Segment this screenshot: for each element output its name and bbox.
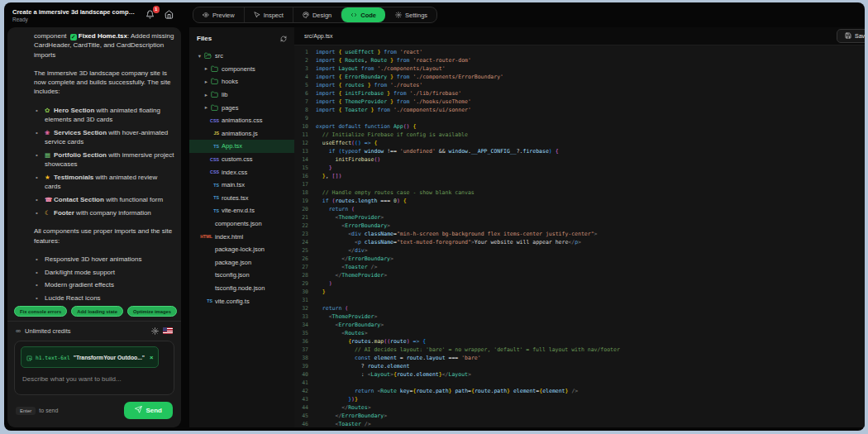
- line-number: 21: [294, 213, 316, 222]
- line-number: 42: [294, 387, 316, 395]
- tab-inspect[interactable]: Inspect: [244, 7, 293, 22]
- filetype-badge: TS: [203, 144, 219, 149]
- element-text: "TransformYour Outdoo...": [74, 355, 145, 360]
- files-panel: Files ▾src▸components▸hooks▸lib▸pagesCSS…: [189, 27, 294, 427]
- code-line: 31: [294, 296, 865, 304]
- feature-emoji-icon: ☎: [45, 195, 54, 204]
- file-reference: Fixed Home.tsx: [79, 32, 127, 40]
- folder-hooks[interactable]: ▸hooks: [189, 75, 294, 88]
- home-button[interactable]: [163, 9, 174, 21]
- chat-message-paragraph: component ✓Fixed Home.tsx: Added missing…: [34, 31, 174, 60]
- filetype-badge: TS: [203, 183, 219, 188]
- file-package-lock.json[interactable]: package-lock.json: [189, 243, 294, 256]
- tab-settings[interactable]: Settings: [385, 7, 436, 22]
- file-components.json[interactable]: components.json: [189, 217, 294, 231]
- code-line: 24 <p className="text-muted-foreground">…: [294, 238, 865, 246]
- folder-icon: [211, 91, 218, 98]
- project-title: Create a immersive 3d landscape company …: [12, 8, 136, 16]
- filetype-badge: TS: [203, 195, 219, 200]
- line-number: 38: [294, 354, 316, 362]
- file-package.json[interactable]: package.json: [189, 256, 294, 269]
- suggestion-chip-add-loading-state[interactable]: Add loading state: [71, 306, 123, 317]
- feature-item: ❀Services Section with hover-animated se…: [45, 128, 174, 147]
- filetype-badge: CSS: [203, 169, 219, 174]
- editor-panel: src/App.tsx Save 1import { useEffect } f…: [294, 27, 865, 427]
- file-vite.config.ts[interactable]: TSvite.config.ts: [189, 294, 294, 308]
- line-number: 16: [294, 172, 316, 180]
- language-flag-us[interactable]: [163, 327, 173, 334]
- notifications-button[interactable]: 1: [144, 9, 155, 21]
- folder-icon: [211, 78, 218, 85]
- code-line: 44 </Routes>: [294, 403, 865, 412]
- tab-design[interactable]: Design: [293, 7, 341, 22]
- line-number: 32: [294, 304, 316, 312]
- folder-components[interactable]: ▸components: [189, 63, 294, 76]
- send-hint: to send: [39, 408, 58, 413]
- file-animations.js[interactable]: JSanimations.js: [189, 127, 294, 141]
- chip-close-icon[interactable]: ×: [150, 354, 153, 361]
- folder-src[interactable]: ▾src: [189, 50, 294, 63]
- file-index.css[interactable]: CSSindex.css: [189, 165, 294, 179]
- line-number: 26: [294, 255, 316, 263]
- file-app.tsx[interactable]: TSApp.tsx: [189, 140, 294, 153]
- save-button[interactable]: Save: [837, 29, 865, 43]
- feature-list: ✿Hero Section with animated floating ele…: [34, 106, 174, 217]
- chat-messages[interactable]: component ✓Fixed Home.tsx: Added missing…: [7, 27, 181, 303]
- prompt-placeholder: Describe what you want to build...: [22, 375, 166, 383]
- tab-code[interactable]: Code: [341, 7, 385, 22]
- feature-item: ★Testimonials with animated review cards: [45, 173, 174, 192]
- editor-header: src/App.tsx Save: [294, 27, 865, 45]
- file-animations.css[interactable]: CSSanimations.css: [189, 114, 294, 127]
- file-routes.tsx[interactable]: TSroutes.tsx: [189, 192, 294, 205]
- feature-item: ▦Portfolio Section with immersive projec…: [45, 150, 174, 169]
- code-line: 12 useEffect(() => {: [294, 139, 865, 147]
- suggestion-chip-optimize-images[interactable]: Optimize images: [127, 306, 177, 317]
- selected-element-chip[interactable]: h1.text-6xl "TransformYour Outdoo..." ×: [21, 346, 159, 368]
- filetype-badge: HTML: [196, 234, 212, 239]
- tab-preview[interactable]: Preview: [193, 7, 244, 22]
- file-index.html[interactable]: HTMLindex.html: [189, 230, 294, 243]
- feature-item: ☎Contact Section with functional form: [45, 195, 174, 204]
- file-tsconfig.json[interactable]: tsconfig.json: [189, 269, 294, 282]
- folder-lib[interactable]: ▸lib: [189, 88, 294, 102]
- code-line: 9: [294, 114, 865, 122]
- theme-toggle-sun-icon[interactable]: [151, 327, 159, 335]
- file-main.tsx[interactable]: TSmain.tsx: [189, 179, 294, 192]
- code-editor[interactable]: 1import { useEffect } from 'react'2impor…: [294, 45, 865, 427]
- send-plane-icon: [135, 406, 142, 415]
- code-line: 30 }: [294, 288, 865, 296]
- suggestion-chip-fix-console-errors[interactable]: Fix console errors: [14, 306, 67, 317]
- line-number: 44: [294, 403, 316, 412]
- suggestion-chips: Fix console errorsAdd loading stateOptim…: [7, 303, 181, 321]
- code-line: 26 </ErrorBoundary>: [294, 255, 865, 263]
- line-number: 25: [294, 246, 316, 255]
- refresh-icon[interactable]: [280, 36, 287, 42]
- prompt-input[interactable]: h1.text-6xl "TransformYour Outdoo..." × …: [14, 341, 174, 395]
- file-tsconfig.node.json[interactable]: tsconfig.node.json: [189, 282, 294, 295]
- code-line: 45 </ErrorBoundary>: [294, 412, 865, 420]
- send-button[interactable]: Send: [124, 402, 173, 419]
- line-number: 11: [294, 131, 316, 139]
- feature-emoji-icon: ❀: [45, 128, 54, 137]
- file-custom.css[interactable]: CSScustom.css: [189, 153, 294, 166]
- site-feature-item: Dark/light mode support: [45, 268, 174, 277]
- code-line: 3import Layout from './components/Layout…: [294, 64, 865, 73]
- line-number: 30: [294, 288, 316, 296]
- line-number: 6: [294, 89, 316, 98]
- infinity-icon: ∞: [16, 327, 21, 335]
- credits-label: Unlimited credits: [25, 327, 70, 335]
- filetype-badge: JS: [203, 131, 219, 136]
- view-tabs: PreviewInspectDesignCodeSettings: [193, 7, 437, 23]
- line-number: 17: [294, 180, 316, 188]
- enter-key-hint: Enter: [16, 407, 36, 415]
- project-title-block[interactable]: Create a immersive 3d landscape company …: [12, 8, 136, 22]
- line-number: 31: [294, 296, 316, 304]
- code-line: 6import { initFirebase } from './lib/fir…: [294, 89, 865, 98]
- code-line: 22 <ErrorBoundary>: [294, 222, 865, 230]
- line-number: 29: [294, 279, 316, 288]
- file-vite-env.d.ts[interactable]: TSvite-env.d.ts: [189, 204, 294, 217]
- folder-pages[interactable]: ▸pages: [189, 101, 294, 114]
- main-area: component ✓Fixed Home.tsx: Added missing…: [4, 27, 865, 431]
- folder-icon: [204, 52, 212, 60]
- code-icon: [351, 12, 357, 18]
